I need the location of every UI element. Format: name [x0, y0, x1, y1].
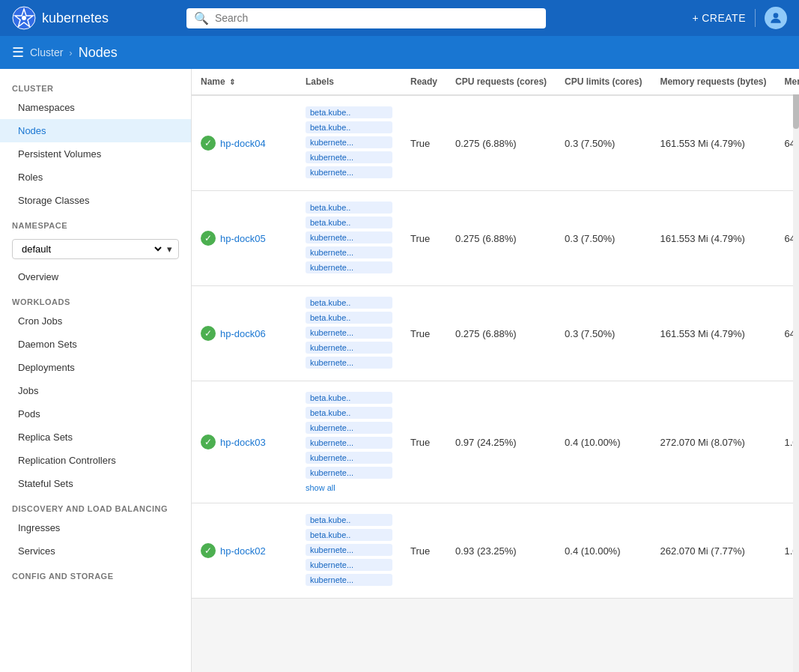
svg-point-2: [22, 16, 26, 20]
nodes-table-container: Name ⇕ Labels Ready CPU requests (cores): [192, 69, 799, 599]
node-labels-cell: beta.kube..beta.kube..kubernete...kubern…: [297, 503, 401, 599]
node-name-wrapper: ✓ hp-dock04: [201, 136, 288, 151]
label-tag: beta.kube..: [306, 121, 392, 133]
search-bar: 🔍: [186, 8, 546, 28]
label-tag: kubernete...: [306, 544, 392, 556]
node-cpu-lim-cell: 0.3 (7.50%): [556, 191, 651, 286]
label-tag: beta.kube..: [306, 529, 392, 541]
label-tag: kubernete...: [306, 467, 392, 479]
label-tag: kubernete...: [306, 327, 392, 339]
node-name-link[interactable]: hp-dock03: [220, 437, 266, 448]
namespace-selector[interactable]: default kube-system kube-public ▾: [12, 239, 179, 259]
node-name-wrapper: ✓ hp-dock03: [201, 435, 288, 449]
user-avatar[interactable]: [765, 7, 787, 29]
sidebar-item-namespaces[interactable]: Namespaces: [0, 96, 191, 119]
sidebar-item-roles[interactable]: Roles: [0, 166, 191, 189]
node-name-link[interactable]: hp-dock04: [220, 138, 266, 149]
labels-list: beta.kube..beta.kube..kubernete...kubern…: [306, 197, 392, 279]
create-button[interactable]: + CREATE: [693, 12, 746, 24]
search-input[interactable]: [215, 12, 538, 24]
node-name-link[interactable]: hp-dock06: [220, 328, 266, 339]
sidebar-item-jobs[interactable]: Jobs: [0, 379, 191, 402]
sidebar-item-deployments[interactable]: Deployments: [0, 356, 191, 379]
sidebar: Cluster Namespaces Nodes Persistent Volu…: [0, 69, 192, 672]
sidebar-item-daemon-sets[interactable]: Daemon Sets: [0, 333, 191, 356]
config-section-header: Config and Storage: [0, 563, 191, 584]
node-cpu-req-cell: 0.93 (23.25%): [446, 503, 556, 599]
labels-list: beta.kube..beta.kube..kubernete...kubern…: [306, 509, 392, 592]
col-name[interactable]: Name ⇕: [192, 69, 297, 95]
node-mem-req-cell: 262.070 Mi (7.77%): [651, 503, 775, 599]
sidebar-label-storage-classes: Storage Classes: [18, 195, 89, 206]
node-name-cell: ✓ hp-dock03: [192, 381, 297, 503]
create-plus-icon: +: [693, 12, 699, 24]
node-ready-cell: True: [401, 381, 446, 503]
node-cpu-req-cell: 0.275 (6.88%): [446, 286, 556, 381]
create-label: CREATE: [702, 12, 746, 24]
sidebar-item-replication-controllers[interactable]: Replication Controllers: [0, 449, 191, 472]
sidebar-item-overview[interactable]: Overview: [0, 265, 191, 288]
node-cpu-req-cell: 0.275 (6.88%): [446, 191, 556, 286]
node-name-link[interactable]: hp-dock05: [220, 233, 266, 244]
sidebar-label-namespaces: Namespaces: [18, 102, 75, 113]
chevron-down-icon: ▾: [167, 243, 172, 255]
node-name-cell: ✓ hp-dock04: [192, 95, 297, 191]
node-name-link[interactable]: hp-dock02: [220, 545, 266, 557]
namespace-dropdown[interactable]: default kube-system kube-public: [19, 243, 164, 255]
sidebar-item-replica-sets[interactable]: Replica Sets: [0, 426, 191, 449]
status-ready-icon: ✓: [201, 435, 216, 449]
label-tag: kubernete...: [306, 261, 392, 273]
sidebar-label-pods: Pods: [18, 408, 40, 420]
sidebar-item-storage-classes[interactable]: Storage Classes: [0, 189, 191, 212]
sidebar-item-cron-jobs[interactable]: Cron Jobs: [0, 309, 191, 333]
sidebar-item-services[interactable]: Services: [0, 539, 191, 563]
content-area: Name ⇕ Labels Ready CPU requests (cores): [192, 69, 799, 672]
col-mem-req: Memory requests (bytes): [651, 69, 775, 95]
node-labels-cell: beta.kube..beta.kube..kubernete...kubern…: [297, 191, 401, 286]
breadcrumb-current: Nodes: [79, 45, 118, 61]
sidebar-item-nodes[interactable]: Nodes: [0, 119, 191, 142]
label-tag: kubernete...: [306, 437, 392, 449]
sidebar-item-ingresses[interactable]: Ingresses: [0, 516, 191, 539]
sidebar-label-replication-controllers: Replication Controllers: [18, 455, 116, 466]
status-ready-icon: ✓: [201, 326, 216, 341]
sidebar-label-replica-sets: Replica Sets: [18, 432, 73, 443]
scrollbar-track[interactable]: [793, 69, 799, 672]
label-tag: kubernete...: [306, 136, 392, 148]
label-tag: beta.kube..: [306, 407, 392, 419]
node-labels-cell: beta.kube..beta.kube..kubernete...kubern…: [297, 95, 401, 191]
discovery-section-header: Discovery and Load Balancing: [0, 495, 191, 516]
col-ready: Ready: [401, 69, 446, 95]
menu-icon[interactable]: ☰: [12, 44, 24, 61]
breadcrumb-cluster[interactable]: Cluster: [30, 46, 63, 58]
node-cpu-lim-cell: 0.4 (10.00%): [556, 503, 651, 599]
nodes-table: Name ⇕ Labels Ready CPU requests (cores): [192, 69, 799, 599]
labels-list: beta.kube..beta.kube..kubernete...kubern…: [306, 102, 392, 184]
status-ready-icon: ✓: [201, 231, 216, 246]
status-ready-icon: ✓: [201, 136, 216, 151]
node-ready-cell: True: [401, 95, 446, 191]
sidebar-item-persistent-volumes[interactable]: Persistent Volumes: [0, 142, 191, 166]
sidebar-label-roles: Roles: [18, 172, 43, 183]
node-mem-req-cell: 161.553 Mi (4.79%): [651, 286, 775, 381]
col-cpu-lim: CPU limits (cores): [556, 69, 651, 95]
cluster-section-header: Cluster: [0, 75, 191, 96]
namespace-section-header: Namespace: [0, 212, 191, 233]
node-cpu-lim-cell: 0.3 (7.50%): [556, 286, 651, 381]
sidebar-label-jobs: Jobs: [18, 385, 38, 396]
user-icon: [768, 10, 783, 25]
node-ready-cell: True: [401, 191, 446, 286]
sidebar-item-stateful-sets[interactable]: Stateful Sets: [0, 472, 191, 495]
table-row: ✓ hp-dock02 beta.kube..beta.kube..kubern…: [192, 503, 799, 599]
label-tag: kubernete...: [306, 246, 392, 258]
show-all-link[interactable]: show all: [306, 483, 392, 492]
sidebar-label-ingresses: Ingresses: [18, 522, 60, 533]
sidebar-item-pods[interactable]: Pods: [0, 402, 191, 426]
search-icon: 🔍: [194, 11, 209, 25]
app-logo[interactable]: kubernetes: [12, 6, 109, 30]
label-tag: kubernete...: [306, 342, 392, 354]
node-name-wrapper: ✓ hp-dock06: [201, 326, 288, 341]
node-ready-cell: True: [401, 286, 446, 381]
label-tag: beta.kube..: [306, 297, 392, 309]
label-tag: kubernete...: [306, 452, 392, 464]
